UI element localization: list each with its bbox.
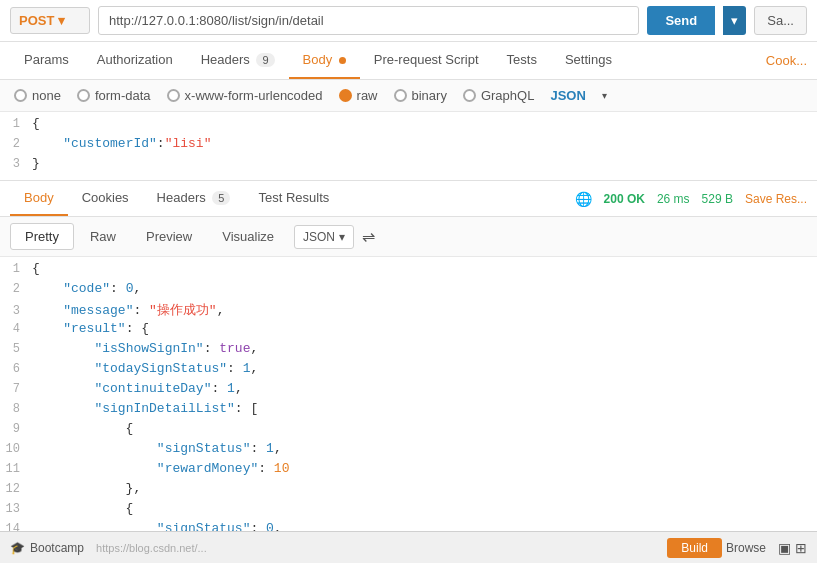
- bootcamp-label: Bootcamp: [30, 541, 84, 555]
- resp-line-2: 2 "code": 0,: [0, 281, 817, 301]
- radio-x-www: [167, 89, 180, 102]
- json-type-selector[interactable]: JSON: [550, 88, 585, 103]
- radio-form-data: [77, 89, 90, 102]
- body-dot: [339, 57, 346, 64]
- resp-line-13: 13 {: [0, 501, 817, 521]
- resp-headers-badge: 5: [212, 191, 230, 205]
- tab-tests[interactable]: Tests: [493, 42, 551, 79]
- resp-line-7: 7 "continuiteDay": 1,: [0, 381, 817, 401]
- resp-line-12: 12 },: [0, 481, 817, 501]
- bottom-bar: 🎓 Bootcamp https://blog.csdn.net/... Bui…: [0, 531, 817, 563]
- response-tabs-bar: Body Cookies Headers 5 Test Results 🌐 20…: [0, 181, 817, 217]
- resp-tab-body[interactable]: Body: [10, 181, 68, 216]
- status-time: 26 ms: [657, 192, 690, 206]
- request-body-editor[interactable]: 1 { 2 "customerId":"lisi" 3 }: [0, 112, 817, 181]
- browse-button[interactable]: Browse: [726, 541, 766, 555]
- url-input[interactable]: [98, 6, 639, 35]
- response-body: 1 { 2 "code": 0, 3 "message": "操作成功", 4 …: [0, 257, 817, 531]
- globe-icon: 🌐: [575, 191, 592, 207]
- tab-body[interactable]: Body: [289, 42, 360, 79]
- build-button[interactable]: Build: [667, 538, 722, 558]
- status-code: 200 OK: [604, 192, 645, 206]
- save-button[interactable]: Sa...: [754, 6, 807, 35]
- send-dropdown-button[interactable]: ▾: [723, 6, 746, 35]
- bootcamp-icon: 🎓: [10, 541, 25, 555]
- opt-form-data-label: form-data: [95, 88, 151, 103]
- save-response-button[interactable]: Save Res...: [745, 192, 807, 206]
- tab-params[interactable]: Params: [10, 42, 83, 79]
- opt-none-label: none: [32, 88, 61, 103]
- resp-tab-test-results[interactable]: Test Results: [244, 181, 343, 216]
- request-tabs: Params Authorization Headers 9 Body Pre-…: [0, 42, 817, 80]
- layout-icon-2[interactable]: ⊞: [795, 540, 807, 556]
- opt-x-www-label: x-www-form-urlencoded: [185, 88, 323, 103]
- resp-line-10: 10 "signStatus": 1,: [0, 441, 817, 461]
- opt-binary-label: binary: [412, 88, 447, 103]
- body-options: none form-data x-www-form-urlencoded raw…: [0, 80, 817, 112]
- resp-json-selector[interactable]: JSON ▾: [294, 225, 354, 249]
- opt-x-www[interactable]: x-www-form-urlencoded: [167, 88, 323, 103]
- radio-binary: [394, 89, 407, 102]
- resp-line-8: 8 "signInDetailList": [: [0, 401, 817, 421]
- method-label: POST: [19, 13, 54, 28]
- tab-settings[interactable]: Settings: [551, 42, 626, 79]
- wrap-icon[interactable]: ⇌: [362, 227, 375, 246]
- tab-headers[interactable]: Headers 9: [187, 42, 289, 79]
- top-bar: POST ▾ Send ▾ Sa...: [0, 0, 817, 42]
- bootcamp-button[interactable]: 🎓 Bootcamp: [10, 541, 84, 555]
- req-line-3: 3 }: [0, 156, 817, 176]
- resp-line-1: 1 {: [0, 261, 817, 281]
- tab-pre-request[interactable]: Pre-request Script: [360, 42, 493, 79]
- resp-line-6: 6 "todaySignStatus": 1,: [0, 361, 817, 381]
- tab-authorization[interactable]: Authorization: [83, 42, 187, 79]
- radio-none: [14, 89, 27, 102]
- resp-line-14: 14 "signStatus": 0,: [0, 521, 817, 531]
- opt-form-data[interactable]: form-data: [77, 88, 151, 103]
- sub-tab-visualize[interactable]: Visualize: [208, 224, 288, 249]
- response-status: 🌐 200 OK 26 ms 529 B Save Res...: [575, 191, 807, 207]
- sub-tab-pretty[interactable]: Pretty: [10, 223, 74, 250]
- method-selector[interactable]: POST ▾: [10, 7, 90, 34]
- resp-tab-cookies[interactable]: Cookies: [68, 181, 143, 216]
- radio-graphql: [463, 89, 476, 102]
- resp-line-5: 5 "isShowSignIn": true,: [0, 341, 817, 361]
- layout-icon-1[interactable]: ▣: [778, 540, 791, 556]
- resp-line-3: 3 "message": "操作成功",: [0, 301, 817, 321]
- opt-graphql[interactable]: GraphQL: [463, 88, 534, 103]
- resp-line-4: 4 "result": {: [0, 321, 817, 341]
- status-size: 529 B: [702, 192, 733, 206]
- cookies-link[interactable]: Cook...: [766, 53, 807, 68]
- req-line-1: 1 {: [0, 116, 817, 136]
- send-button[interactable]: Send: [647, 6, 715, 35]
- resp-json-arrow: ▾: [339, 230, 345, 244]
- url-watermark: https://blog.csdn.net/...: [96, 542, 207, 554]
- response-sub-tabs: Pretty Raw Preview Visualize JSON ▾ ⇌: [0, 217, 817, 257]
- opt-raw[interactable]: raw: [339, 88, 378, 103]
- opt-none[interactable]: none: [14, 88, 61, 103]
- resp-line-9: 9 {: [0, 421, 817, 441]
- radio-raw: [339, 89, 352, 102]
- headers-badge: 9: [256, 53, 274, 67]
- opt-raw-label: raw: [357, 88, 378, 103]
- resp-tab-headers[interactable]: Headers 5: [143, 181, 245, 216]
- sub-tab-preview[interactable]: Preview: [132, 224, 206, 249]
- resp-json-label: JSON: [303, 230, 335, 244]
- resp-line-11: 11 "rewardMoney": 10: [0, 461, 817, 481]
- json-dropdown-arrow[interactable]: ▾: [602, 90, 607, 101]
- response-section: Body Cookies Headers 5 Test Results 🌐 20…: [0, 181, 817, 531]
- opt-graphql-label: GraphQL: [481, 88, 534, 103]
- req-line-2: 2 "customerId":"lisi": [0, 136, 817, 156]
- sub-tab-raw[interactable]: Raw: [76, 224, 130, 249]
- opt-binary[interactable]: binary: [394, 88, 447, 103]
- method-dropdown-icon: ▾: [58, 13, 65, 28]
